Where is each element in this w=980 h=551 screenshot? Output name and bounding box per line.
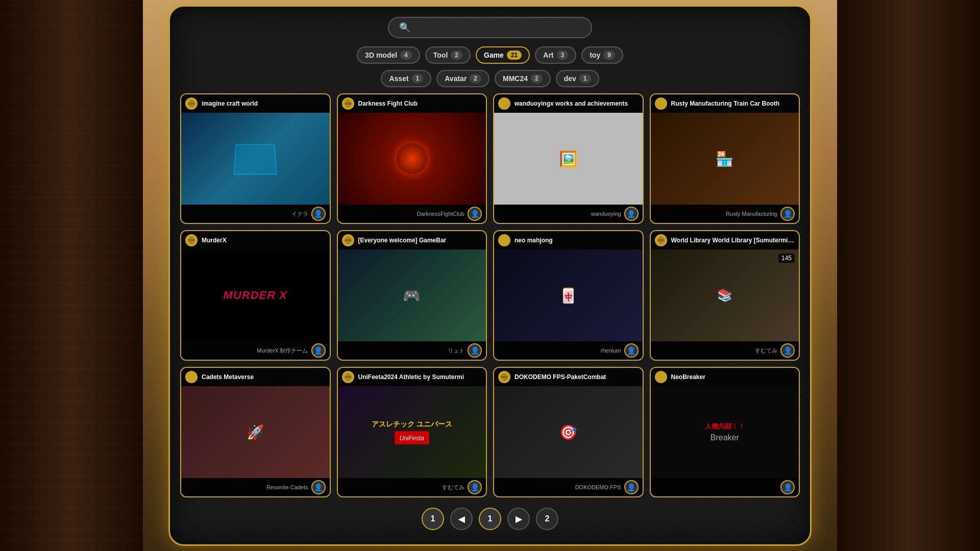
card-darkness-fight-club[interactable]: Darkness Fight Club DarknessFightClub 👤 xyxy=(337,93,487,224)
search-input[interactable] xyxy=(415,23,581,32)
svg-rect-22 xyxy=(656,374,666,380)
card-type-icon xyxy=(342,234,354,246)
card-author: DarknessFightClub xyxy=(416,211,464,217)
svg-point-0 xyxy=(188,100,195,107)
card-cadets-metaverse[interactable]: Cadets Metaverse 🚀 Resonite Cadets 👤 xyxy=(180,367,331,497)
page-2[interactable]: 2 xyxy=(536,508,558,530)
card-title: Darkness Fight Club xyxy=(358,100,418,107)
card-imagine-craft-world[interactable]: imagine craft world イクラ 👤 xyxy=(180,93,331,224)
card-title: DOKODEMO FPS-PaketCombat xyxy=(514,373,606,381)
card-gamebar[interactable]: [Everyone welcome] GameBar 🎮 リュト 👤 xyxy=(337,230,487,361)
card-avatar: 👤 xyxy=(468,343,482,358)
card-type-icon xyxy=(185,234,198,246)
svg-rect-4 xyxy=(500,101,509,107)
card-dokodemo[interactable]: DOKODEMO FPS-PaketCombat 🎯 DOKODEMO FPS … xyxy=(493,367,644,497)
card-header: Darkness Fight Club xyxy=(338,94,486,113)
card-avatar: 👤 xyxy=(624,480,639,494)
card-title: Cadets Metaverse xyxy=(202,373,254,381)
svg-point-10 xyxy=(345,237,352,244)
card-neobreaker[interactable]: NeoBreaker 人機共闘！！Breaker 👤 xyxy=(650,367,800,497)
card-title: UniFeeta2024 Athletic by Sumutermi xyxy=(358,373,464,381)
filter-tag-dev[interactable]: dev1 xyxy=(556,70,599,87)
card-title: wanduoyingx works and achievements xyxy=(514,100,628,107)
card-image: 人機共闘！！Breaker xyxy=(651,386,799,478)
page-current[interactable]: 1 xyxy=(479,508,501,530)
card-avatar: 👤 xyxy=(780,343,795,358)
card-type-icon xyxy=(498,371,510,383)
card-title: neo mahjong xyxy=(514,237,553,244)
card-murderx[interactable]: MurderX MURDER X MurderX 制作チーム 👤 xyxy=(180,230,331,361)
card-title: imagine craft world xyxy=(202,100,258,107)
filter-tag-tool[interactable]: Tool2 xyxy=(425,46,471,64)
filter-count: 4 xyxy=(400,51,412,60)
card-footer: 👤 xyxy=(651,478,799,496)
filter-label: toy xyxy=(590,51,600,59)
card-footer: MurderX 制作チーム 👤 xyxy=(181,341,330,360)
filter-count: 2 xyxy=(531,74,543,83)
pagination: 1◀1▶2 xyxy=(180,504,800,534)
filter-label: MMC24 xyxy=(503,74,528,83)
pillar-left xyxy=(0,0,143,551)
card-worldlibrary[interactable]: World Library World Library [Sumutermi] … xyxy=(650,230,800,361)
page-first[interactable]: 1 xyxy=(422,508,444,530)
filter-tag-art[interactable]: Art3 xyxy=(535,46,576,64)
filter-count: 1 xyxy=(412,74,424,83)
filter-count: 3 xyxy=(557,51,569,60)
card-image: 🎯 xyxy=(494,386,643,478)
card-header: imagine craft world xyxy=(181,94,330,113)
card-avatar: 👤 xyxy=(624,343,639,358)
svg-point-2 xyxy=(345,100,352,107)
card-type-icon xyxy=(498,234,510,246)
card-avatar: 👤 xyxy=(311,480,326,494)
svg-rect-6 xyxy=(656,101,666,107)
card-footer: すむてみ 👤 xyxy=(651,341,799,360)
count-badge: 145 xyxy=(778,254,795,263)
card-avatar: 👤 xyxy=(624,207,639,221)
card-footer: イクラ 👤 xyxy=(181,205,330,223)
filter-count: 2 xyxy=(470,74,481,83)
card-footer: Rusty Manufacturing 👤 xyxy=(651,205,799,223)
card-title: Rusty Manufacturing Train Car Booth xyxy=(671,100,780,107)
card-title: World Library World Library [Sumutermi] … xyxy=(671,237,795,244)
card-image: 🎮 xyxy=(338,249,486,341)
filter-label: 3D model xyxy=(365,51,397,59)
filter-label: Asset xyxy=(389,74,408,83)
card-header: Rusty Manufacturing Train Car Booth xyxy=(651,94,799,113)
card-footer: rhenium 👤 xyxy=(494,341,643,360)
filter-row-2: Asset1Avatar2MMC242dev1 xyxy=(180,70,800,87)
filter-tag-game[interactable]: Game21 xyxy=(476,46,530,64)
card-image: 🖼️ xyxy=(494,113,643,205)
card-header: World Library World Library [Sumutermi] … xyxy=(651,231,799,249)
card-neomahjong[interactable]: neo mahjong 🀄 rhenium 👤 xyxy=(493,230,644,361)
card-header: MurderX xyxy=(181,231,330,249)
card-type-icon xyxy=(655,234,667,246)
filter-tag-mmc24[interactable]: MMC242 xyxy=(495,70,551,87)
card-author: Resonite Cadets xyxy=(266,484,308,490)
card-header: UniFeeta2024 Athletic by Sumutermi xyxy=(338,368,486,386)
search-wrapper[interactable]: 🔍 xyxy=(388,17,592,38)
filter-label: Avatar xyxy=(445,74,467,83)
svg-rect-12 xyxy=(500,237,509,243)
card-header: NeoBreaker xyxy=(651,368,799,386)
card-footer: DarknessFightClub 👤 xyxy=(338,205,486,223)
filter-tag-3d-model[interactable]: 3D model4 xyxy=(357,46,420,64)
filter-tag-toy[interactable]: toy9 xyxy=(581,46,623,64)
card-author: DOKODEMO FPS xyxy=(575,484,621,490)
page-next[interactable]: ▶ xyxy=(507,508,530,530)
card-wanduoying[interactable]: wanduoyingx works and achievements 🖼️ wa… xyxy=(493,93,644,224)
filter-tag-avatar[interactable]: Avatar2 xyxy=(436,70,489,87)
card-avatar: 👤 xyxy=(780,480,795,494)
card-author: rhenium xyxy=(601,347,621,354)
card-type-icon xyxy=(655,371,667,383)
card-author: イクラ xyxy=(291,210,308,218)
card-unifesta[interactable]: UniFeeta2024 Athletic by Sumutermi アスレチッ… xyxy=(337,367,487,497)
page-prev[interactable]: ◀ xyxy=(450,508,473,530)
search-bar: 🔍 xyxy=(180,17,800,38)
card-rusty-manufacturing[interactable]: Rusty Manufacturing Train Car Booth 🏪 Ru… xyxy=(650,93,800,224)
filter-tag-asset[interactable]: Asset1 xyxy=(381,70,431,87)
filter-row-1: 3D model4Tool2Game21Art3toy9 xyxy=(180,46,800,64)
filter-label: dev xyxy=(564,74,576,83)
svg-point-8 xyxy=(188,237,195,244)
filter-label: Art xyxy=(543,51,553,59)
card-header: [Everyone welcome] GameBar xyxy=(338,231,486,249)
